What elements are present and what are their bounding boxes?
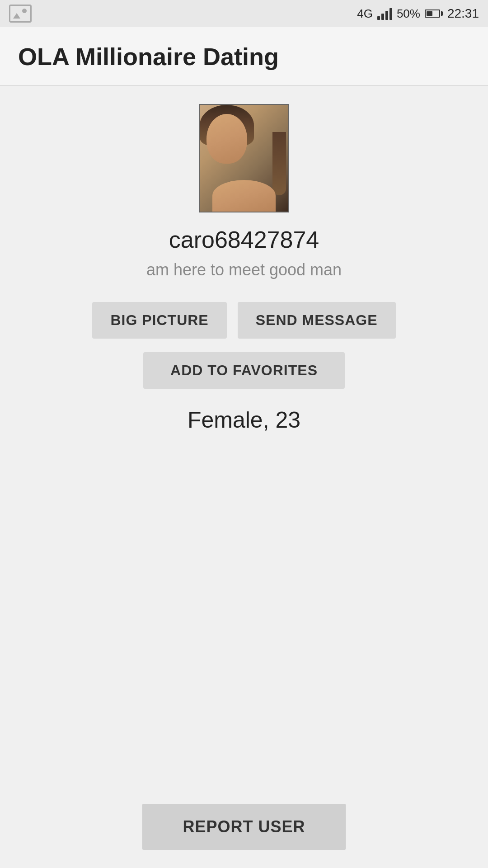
send-message-button[interactable]: SEND MESSAGE [238,302,396,339]
time-display: 22:31 [447,6,479,21]
face-decoration [206,114,247,164]
main-content: caro68427874 am here to meet good man BI… [0,86,488,451]
network-type: 4G [357,7,373,21]
arm-decoration [212,180,276,212]
signal-bars-icon [377,7,392,20]
hair-long-decoration [272,132,286,195]
profile-photo [199,104,289,212]
status-bar-left [9,5,32,23]
app-bar: OLA Millionaire Dating [0,27,488,86]
notification-icon [9,5,32,23]
battery-percent: 50% [397,7,420,21]
favorites-button-container: ADD TO FAVORITES [143,352,345,389]
battery-icon [425,9,443,18]
status-bar: 4G 50% 22:31 [0,0,488,27]
action-buttons-row: BIG PICTURE SEND MESSAGE [92,302,395,339]
profile-photo-placeholder [200,105,288,212]
user-bio: am here to meet good man [146,260,342,279]
add-to-favorites-button[interactable]: ADD TO FAVORITES [143,352,345,389]
big-picture-button[interactable]: BIG PICTURE [92,302,226,339]
username-label: caro68427874 [169,226,319,253]
gender-age-label: Female, 23 [188,407,300,433]
app-title: OLA Millionaire Dating [18,42,279,71]
report-button-container: REPORT USER [142,804,346,850]
status-bar-right: 4G 50% 22:31 [357,6,479,21]
report-user-button[interactable]: REPORT USER [142,804,346,850]
